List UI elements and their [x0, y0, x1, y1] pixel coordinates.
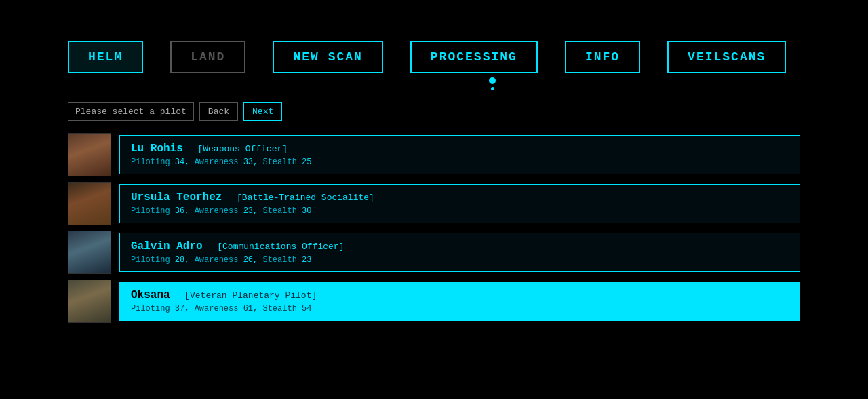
- pilot-portrait-oksana: [68, 280, 111, 323]
- pilot-card-galvin-adro[interactable]: Galvin Adro [Communications Officer] Pil…: [119, 233, 800, 272]
- pilot-role: [Veteran Planetary Pilot]: [184, 290, 317, 301]
- pilot-list: Lu Rohis [Weapons Officer] Piloting 34, …: [0, 121, 868, 323]
- nav-veilscans-button[interactable]: VEILSCANS: [667, 41, 786, 73]
- avatar: [68, 231, 111, 273]
- next-button[interactable]: Next: [243, 102, 282, 121]
- table-row: Galvin Adro [Communications Officer] Pil…: [68, 231, 800, 274]
- pilot-portrait-ursula-teorhez: [68, 182, 111, 225]
- pilot-stats: Piloting 28, Awareness 26, Stealth 23: [131, 255, 789, 265]
- pilot-card-oksana[interactable]: Oksana [Veteran Planetary Pilot] Pilotin…: [119, 282, 800, 321]
- pilot-name: Lu Rohis: [131, 142, 183, 155]
- pilot-role: [Communications Officer]: [217, 242, 344, 252]
- nav-helm-button[interactable]: HELM: [68, 41, 143, 73]
- nav-land-button[interactable]: LAND: [170, 41, 245, 73]
- avatar: [68, 183, 111, 225]
- pilot-stats: Piloting 36, Awareness 23, Stealth 30: [131, 206, 789, 216]
- top-navigation: HELM LAND NEW SCAN PROCESSING INFO VEILS…: [0, 0, 868, 73]
- pilot-role: [Weapons Officer]: [197, 144, 288, 154]
- avatar: [68, 280, 111, 322]
- pilot-name: Ursula Teorhez: [131, 191, 222, 204]
- pilot-portrait-lu-rohis: [68, 133, 111, 176]
- pilot-card-lu-rohis[interactable]: Lu Rohis [Weapons Officer] Piloting 34, …: [119, 135, 800, 174]
- pilot-select-label: Please select a pilot: [68, 102, 194, 121]
- back-button[interactable]: Back: [199, 102, 238, 121]
- nav-processing-button[interactable]: PROCESSING: [410, 41, 538, 73]
- pilot-name: Oksana: [131, 289, 170, 301]
- nav-info-button[interactable]: INFO: [565, 41, 640, 73]
- pilot-name: Galvin Adro: [131, 240, 203, 252]
- pilot-stats: Piloting 37, Awareness 61, Stealth 54: [131, 304, 789, 314]
- table-row: Ursula Teorhez [Battle-Trained Socialite…: [68, 182, 800, 225]
- avatar: [68, 134, 111, 176]
- helm-indicator: [0, 77, 868, 90]
- dot-small: [491, 87, 494, 90]
- dot-large: [489, 77, 496, 84]
- pilot-select-controls: Please select a pilot Back Next: [0, 90, 868, 121]
- table-row: Oksana [Veteran Planetary Pilot] Pilotin…: [68, 280, 800, 323]
- pilot-stats: Piloting 34, Awareness 33, Stealth 25: [131, 157, 789, 167]
- pilot-portrait-galvin-adro: [68, 231, 111, 274]
- pilot-role: [Battle-Trained Socialite]: [237, 193, 374, 203]
- nav-newscan-button[interactable]: NEW SCAN: [273, 41, 382, 73]
- table-row: Lu Rohis [Weapons Officer] Piloting 34, …: [68, 133, 800, 176]
- pilot-card-ursula-teorhez[interactable]: Ursula Teorhez [Battle-Trained Socialite…: [119, 184, 800, 223]
